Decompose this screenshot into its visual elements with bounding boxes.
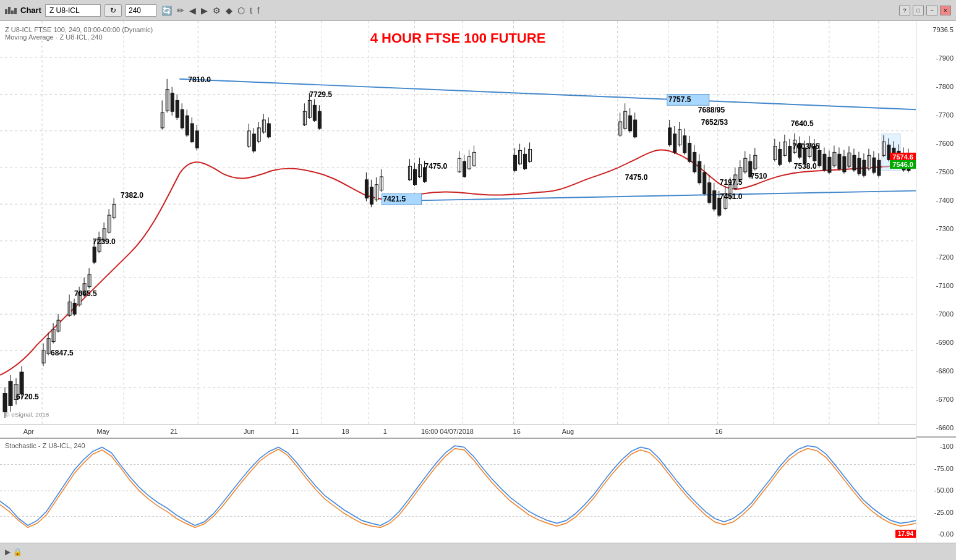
svg-rect-70 bbox=[176, 100, 179, 117]
current-price-green: 7546.0 bbox=[890, 160, 916, 169]
stoch-svg: .stoch-blue { stroke: #4488dd; stroke-wi… bbox=[0, 439, 916, 543]
stoch-25: -25.00 bbox=[919, 509, 954, 516]
svg-text:7603/05: 7603/05 bbox=[793, 143, 820, 151]
svg-text:7640.5: 7640.5 bbox=[791, 119, 814, 128]
stoch-value: 17.94 bbox=[895, 530, 916, 538]
close-btn[interactable]: × bbox=[940, 6, 951, 15]
stoch-100: -100 bbox=[919, 443, 954, 450]
main-chart[interactable]: Z U8-ICL FTSE 100, 240, 00:00-00:00 (Dyn… bbox=[0, 21, 916, 424]
svg-text:Jun: Jun bbox=[244, 427, 255, 435]
svg-text:7475.0: 7475.0 bbox=[424, 162, 447, 171]
stoch-50: -50.00 bbox=[919, 486, 954, 494]
toolbar-icons: 🔄 ✏ ◀ ▶ ⚙ ◆ ⬡ t f bbox=[160, 4, 261, 17]
chart-info-line1: Z U8-ICL FTSE 100, 240, 00:00-00:00 (Dyn… bbox=[5, 26, 153, 33]
svg-text:21: 21 bbox=[170, 427, 177, 435]
stoch-0: -0.00 bbox=[919, 530, 954, 538]
play-bottom-icon[interactable]: ▶ bbox=[5, 548, 11, 556]
price-7300: -7300 bbox=[919, 225, 954, 232]
svg-rect-150 bbox=[698, 161, 701, 183]
price-7900: -7900 bbox=[919, 54, 954, 62]
chart-title: 4 HOUR FTSE 100 FUTURE bbox=[370, 30, 546, 46]
svg-text:7475.0: 7475.0 bbox=[625, 173, 648, 182]
maximize-btn[interactable]: □ bbox=[913, 6, 924, 15]
bottom-bar: ▶ 🔒 bbox=[0, 543, 956, 560]
settings-icon[interactable]: ⚙ bbox=[211, 4, 222, 17]
svg-text:7239.0: 7239.0 bbox=[93, 237, 116, 246]
share-icon[interactable]: t bbox=[249, 4, 254, 17]
price-7400: -7400 bbox=[919, 197, 954, 204]
price-6600: -6600 bbox=[919, 424, 954, 431]
help-btn[interactable]: ? bbox=[899, 6, 910, 15]
refresh-icon: ↻ bbox=[110, 6, 116, 15]
price-7800: -7800 bbox=[919, 83, 954, 90]
play-icon[interactable]: ▶ bbox=[200, 4, 209, 17]
svg-text:7688/95: 7688/95 bbox=[698, 106, 725, 114]
timeframe-display[interactable]: 240 bbox=[126, 4, 156, 17]
main-price-axis: 7936.5 -7900 -7800 -7700 -7600 -7500 -74… bbox=[916, 21, 956, 438]
price-7600: -7600 bbox=[919, 140, 954, 147]
svg-text:7757.5: 7757.5 bbox=[668, 95, 691, 104]
chart-svg: .grid-line { stroke: #ccc; stroke-width:… bbox=[0, 21, 916, 424]
price-6700: -6700 bbox=[919, 396, 954, 403]
price-7936: 7936.5 bbox=[919, 26, 954, 33]
minimize-btn[interactable]: – bbox=[926, 6, 937, 15]
svg-rect-92 bbox=[308, 100, 311, 117]
svg-rect-110 bbox=[418, 164, 421, 177]
svg-text:7382.0: 7382.0 bbox=[121, 192, 143, 200]
back-icon[interactable]: ◀ bbox=[188, 4, 197, 17]
svg-text:7538.0: 7538.0 bbox=[794, 162, 817, 171]
stoch-75: -75.00 bbox=[919, 465, 954, 472]
time-axis: Apr May 21 Jun 11 18 1 16:00 04/07/2018 … bbox=[0, 424, 916, 438]
price-axis: 7936.5 -7900 -7800 -7700 -7600 -7500 -74… bbox=[916, 21, 956, 543]
price-7200: -7200 bbox=[919, 253, 954, 261]
svg-text:7510: 7510 bbox=[751, 172, 767, 180]
facebook-icon[interactable]: f bbox=[256, 4, 261, 17]
chart-info-line2: Moving Average - Z U8-ICL, 240 bbox=[5, 33, 153, 41]
price-6800: -6800 bbox=[919, 367, 954, 375]
svg-text:11: 11 bbox=[291, 427, 299, 435]
svg-text:18: 18 bbox=[341, 427, 349, 435]
window-frame: Chart ↻ 240 🔄 ✏ ◀ ▶ ⚙ ◆ ⬡ t f ? □ – × bbox=[0, 0, 956, 560]
svg-text:7065.5: 7065.5 bbox=[74, 289, 97, 298]
svg-text:16: 16 bbox=[513, 427, 521, 435]
svg-line-26 bbox=[179, 79, 916, 109]
svg-rect-44 bbox=[68, 302, 71, 315]
sub-chart-label: Stochastic - Z U8-ICL, 240 bbox=[5, 442, 85, 449]
svg-text:16:00 04/07/2018: 16:00 04/07/2018 bbox=[421, 427, 474, 435]
title-bar: Chart ↻ 240 🔄 ✏ ◀ ▶ ⚙ ◆ ⬡ t f ? □ – × bbox=[0, 0, 956, 21]
price-7500: -7500 bbox=[919, 168, 954, 176]
bookmark-icon[interactable]: ◆ bbox=[224, 4, 234, 17]
svg-text:7451.0: 7451.0 bbox=[720, 193, 743, 202]
alert-icon[interactable]: ⬡ bbox=[236, 4, 246, 17]
svg-text:7652/53: 7652/53 bbox=[701, 118, 728, 127]
chart-info: Z U8-ICL FTSE 100, 240, 00:00-00:00 (Dyn… bbox=[5, 26, 153, 41]
sub-chart[interactable]: Stochastic - Z U8-ICL, 240 .stoch-blue {… bbox=[0, 438, 916, 543]
app-title: Chart bbox=[20, 6, 41, 15]
price-7000: -7000 bbox=[919, 310, 954, 318]
title-bar-left: Chart ↻ 240 🔄 ✏ ◀ ▶ ⚙ ◆ ⬡ t f bbox=[5, 4, 261, 17]
svg-rect-42 bbox=[57, 320, 60, 331]
svg-text:16: 16 bbox=[715, 427, 722, 435]
svg-text:Aug: Aug bbox=[562, 427, 574, 435]
svg-rect-120 bbox=[473, 152, 476, 166]
lock-bottom-icon[interactable]: 🔒 bbox=[13, 548, 22, 556]
bottom-icons: ▶ 🔒 bbox=[5, 548, 22, 556]
price-7100: -7100 bbox=[919, 282, 954, 289]
window-controls: ? □ – × bbox=[899, 6, 951, 15]
symbol-input[interactable] bbox=[45, 4, 101, 17]
pencil-icon[interactable]: ✏ bbox=[176, 4, 186, 17]
svg-text:7421.5: 7421.5 bbox=[383, 195, 406, 203]
svg-text:7810.0: 7810.0 bbox=[188, 75, 211, 84]
chart-body: Z U8-ICL FTSE 100, 240, 00:00-00:00 (Dyn… bbox=[0, 21, 916, 543]
chart-area: Z U8-ICL FTSE 100, 240, 00:00-00:00 (Dyn… bbox=[0, 21, 956, 543]
time-axis-svg: Apr May 21 Jun 11 18 1 16:00 04/07/2018 … bbox=[5, 425, 911, 438]
chart-app-icon bbox=[5, 7, 17, 14]
svg-text:7197.5: 7197.5 bbox=[720, 178, 743, 187]
svg-text:6847.5: 6847.5 bbox=[51, 349, 74, 357]
svg-text:7729.5: 7729.5 bbox=[309, 91, 332, 100]
svg-text:Apr: Apr bbox=[23, 427, 34, 435]
svg-text:© eSignal, 2018: © eSignal, 2018 bbox=[5, 411, 49, 418]
draw-icon[interactable]: 🔄 bbox=[160, 4, 173, 17]
svg-text:6720.5: 6720.5 bbox=[16, 393, 39, 402]
refresh-btn[interactable]: ↻ bbox=[105, 4, 122, 17]
